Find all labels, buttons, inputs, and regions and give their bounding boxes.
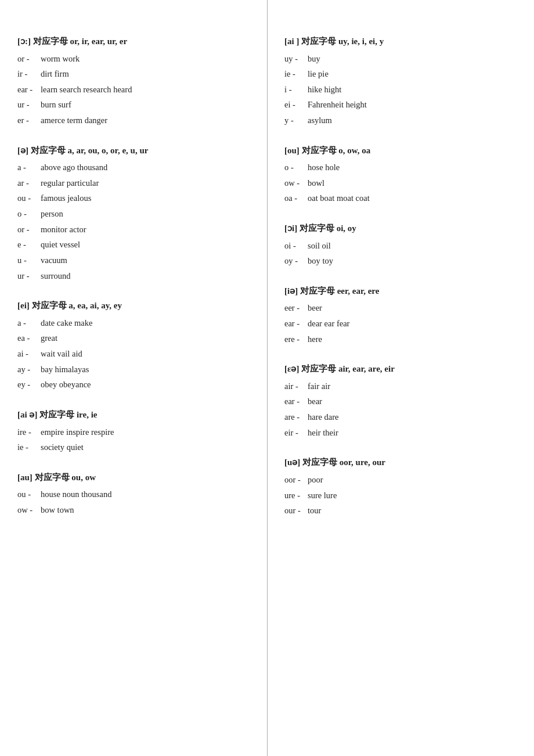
row-words: amerce term danger — [41, 113, 250, 128]
row-words: asylum — [308, 113, 517, 128]
row-words: buy — [308, 52, 517, 66]
row-words: dear ear fear — [308, 316, 517, 331]
row-label: ei - — [284, 98, 308, 112]
phonics-row: air -fair air — [284, 379, 517, 394]
row-words: hare dare — [308, 410, 517, 424]
column-divider — [267, 0, 268, 756]
phonics-row: ear -learn search research heard — [17, 82, 250, 97]
row-words: boy toy — [308, 254, 517, 268]
phonics-row: ei -Fahrenheit height — [284, 98, 517, 112]
phonics-row: ou -house noun thousand — [17, 487, 250, 502]
phonics-row: oa -oat boat moat coat — [284, 191, 517, 206]
section-iə: [iə] 对应字母 eer, ear, ereeer -beerear -dea… — [284, 285, 517, 346]
row-words: date cake make — [41, 316, 250, 330]
row-words: burn surf — [41, 98, 250, 112]
row-words: sure lure — [308, 488, 517, 503]
row-words: surround — [41, 269, 250, 283]
phonics-row: e -quiet vessel — [17, 237, 250, 252]
section-ai: [ai ] 对应字母 uy, ie, i, ei, yuy -buyie -li… — [284, 35, 517, 128]
row-words: heir their — [308, 426, 517, 440]
phonics-row: oi -soil oil — [284, 239, 517, 253]
row-label: ie - — [284, 67, 308, 81]
row-words: Fahrenheit height — [308, 98, 517, 112]
row-label: ear - — [17, 82, 41, 97]
row-words: regular particular — [41, 176, 250, 190]
section-uə-title: [uə] 对应字母 oor, ure, our — [284, 456, 517, 469]
row-words: great — [41, 331, 250, 345]
section-iə-title: [iə] 对应字母 eer, ear, ere — [284, 285, 517, 298]
phonics-row: are -hare dare — [284, 410, 517, 424]
phonics-row: ur -burn surf — [17, 98, 250, 112]
phonics-row: ie -lie pie — [284, 67, 517, 81]
section-o-colon-title: [ɔ:] 对应字母 or, ir, ear, ur, er — [17, 35, 250, 48]
phonics-row: o -hose hole — [284, 160, 517, 175]
row-label: o - — [17, 207, 41, 221]
row-label: ou - — [17, 191, 41, 206]
row-label: are - — [284, 410, 308, 424]
row-words: bowl — [308, 176, 517, 190]
row-label: our - — [284, 503, 308, 518]
right-column: [ai ] 对应字母 uy, ie, i, ei, yuy -buyie -li… — [267, 35, 534, 721]
section-ou-title: [ou] 对应字母 o, ow, oa — [284, 144, 517, 157]
phonics-row: ir -dirt firm — [17, 67, 250, 81]
row-label: ea - — [17, 331, 41, 345]
row-words: lie pie — [308, 67, 517, 81]
phonics-row: y -asylum — [284, 113, 517, 128]
row-words: tour — [308, 503, 517, 518]
row-words: learn search research heard — [41, 82, 250, 97]
row-words: famous jealous — [41, 191, 250, 206]
row-words: bow town — [41, 503, 250, 517]
section-aiə-title: [ai ə] 对应字母 ire, ie — [17, 408, 250, 422]
row-words: house noun thousand — [41, 487, 250, 502]
row-label: o - — [284, 160, 308, 175]
row-label: ar - — [17, 176, 41, 190]
row-label: ear - — [284, 316, 308, 331]
row-words: dirt firm — [41, 67, 250, 81]
row-words: soil oil — [308, 239, 517, 253]
row-label: oa - — [284, 191, 308, 206]
row-label: ie - — [17, 440, 41, 455]
section-oi: [ɔi] 对应字母 oi, oyoi -soil oiloy -boy toy — [284, 222, 517, 268]
section-oi-title: [ɔi] 对应字母 oi, oy — [284, 222, 517, 235]
phonics-row: ear -dear ear fear — [284, 316, 517, 331]
section-aiə: [ai ə] 对应字母 ire, ieire -empire inspire r… — [17, 408, 250, 455]
phonics-row: or -worm work — [17, 52, 250, 66]
phonics-row: er -amerce term danger — [17, 113, 250, 128]
row-label: ay - — [17, 362, 41, 377]
section-eə-title: [εə] 对应字母 air, ear, are, eir — [284, 362, 517, 376]
row-label: ow - — [284, 176, 308, 190]
phonics-row: our -tour — [284, 503, 517, 518]
row-words: society quiet — [41, 440, 250, 455]
row-label: eir - — [284, 426, 308, 440]
phonics-row: ar -regular particular — [17, 176, 250, 190]
row-words: monitor actor — [41, 222, 250, 237]
row-words: hose hole — [308, 160, 517, 175]
phonics-row: o -person — [17, 207, 250, 221]
row-words: obey obeyance — [41, 377, 250, 392]
row-label: air - — [284, 379, 308, 394]
row-label: er - — [17, 113, 41, 128]
row-label: i - — [284, 82, 308, 97]
phonics-row: u -vacuum — [17, 253, 250, 268]
row-label: a - — [17, 160, 41, 175]
phonics-row: ie -society quiet — [17, 440, 250, 455]
section-ai-title: [ai ] 对应字母 uy, ie, i, ei, y — [284, 35, 517, 48]
row-label: a - — [17, 316, 41, 330]
phonics-row: eir -heir their — [284, 426, 517, 440]
row-words: here — [308, 332, 517, 347]
phonics-row: oy -boy toy — [284, 254, 517, 268]
row-label: oor - — [284, 473, 308, 487]
row-label: oi - — [284, 239, 308, 253]
section-ei: [ei] 对应字母 a, ea, ai, ay, eya -date cake … — [17, 299, 250, 392]
row-words: bay himalayas — [41, 362, 250, 377]
phonics-row: ow -bow town — [17, 503, 250, 517]
section-schwa-title: [ə] 对应字母 a, ar, ou, o, or, e, u, ur — [17, 144, 250, 157]
row-label: ur - — [17, 269, 41, 283]
row-label: ure - — [284, 488, 308, 503]
row-label: ire - — [17, 425, 41, 440]
section-au-title: [au] 对应字母 ou, ow — [17, 471, 250, 484]
row-words: poor — [308, 473, 517, 487]
left-column: [ɔ:] 对应字母 or, ir, ear, ur, eror -worm wo… — [0, 35, 267, 721]
phonics-row: ear -bear — [284, 394, 517, 409]
phonics-row: ey -obey obeyance — [17, 377, 250, 392]
